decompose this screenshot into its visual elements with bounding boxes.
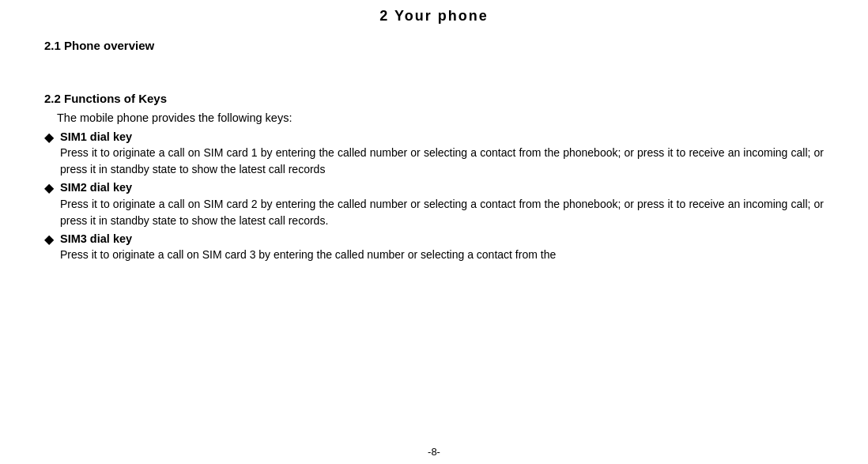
intro-text: The mobile phone provides the following … (57, 111, 824, 124)
bullet-diamond-icon: ◆ (44, 129, 54, 146)
bullet-description: Press it to originate a call on SIM card… (60, 247, 824, 263)
bullet-description: Press it to originate a call on SIM card… (60, 196, 824, 229)
bullet-description: Press it to originate a call on SIM card… (60, 145, 824, 178)
bullet-list: ◆SIM1 dial keyPress it to originate a ca… (44, 129, 824, 263)
list-item: ◆SIM3 dial keyPress it to originate a ca… (44, 231, 824, 263)
page-title: 2 Your phone (44, 8, 824, 25)
bullet-content: SIM2 dial keyPress it to originate a cal… (60, 179, 824, 228)
section-2-2-heading: 2.2 Functions of Keys (44, 92, 824, 105)
section-2-1-heading: 2.1 Phone overview (44, 39, 824, 52)
bullet-content: SIM3 dial keyPress it to originate a cal… (60, 231, 824, 263)
bullet-title: SIM2 dial key (60, 179, 824, 195)
bullet-diamond-icon: ◆ (44, 179, 54, 197)
list-item: ◆SIM1 dial keyPress it to originate a ca… (44, 129, 824, 178)
bullet-title: SIM3 dial key (60, 231, 824, 247)
list-item: ◆SIM2 dial keyPress it to originate a ca… (44, 179, 824, 228)
bullet-content: SIM1 dial keyPress it to originate a cal… (60, 129, 824, 178)
section-2-1: 2.1 Phone overview (44, 39, 824, 52)
page-number: -8- (0, 446, 868, 458)
page-container: 2 Your phone 2.1 Phone overview 2.2 Func… (0, 0, 868, 464)
section-2-2: 2.2 Functions of Keys The mobile phone p… (44, 92, 824, 263)
bullet-diamond-icon: ◆ (44, 231, 54, 248)
bullet-title: SIM1 dial key (60, 129, 824, 145)
